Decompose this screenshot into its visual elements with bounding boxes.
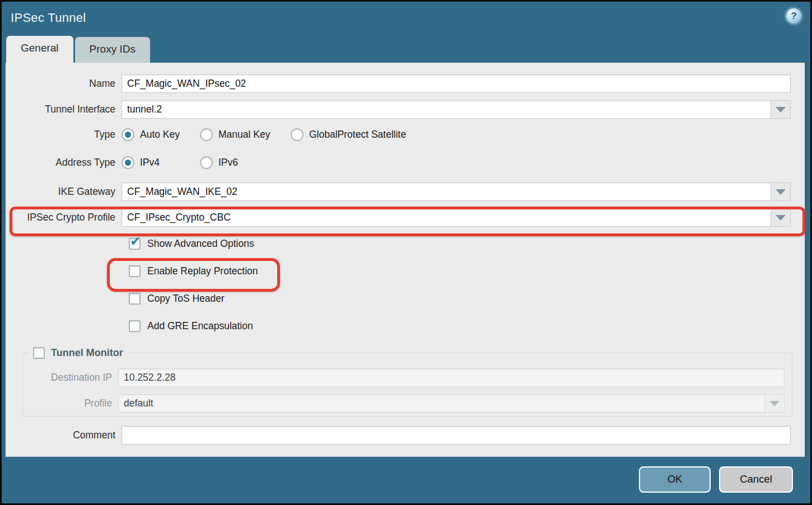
radio-unselected-icon — [291, 128, 304, 141]
ike-gateway-row: IKE Gateway — [6, 183, 791, 201]
comment-row: Comment — [6, 426, 791, 445]
checkbox-unchecked-icon — [129, 320, 141, 332]
tab-bar: General Proxy IDs — [2, 34, 810, 63]
chevron-down-icon — [776, 215, 786, 221]
ipsec-crypto-profile-row: IPSec Crypto Profile — [6, 208, 791, 227]
checkbox-show-advanced-options[interactable]: Show Advanced Options — [129, 237, 805, 250]
checkbox-checked-icon — [129, 238, 141, 250]
radio-unselected-icon — [200, 156, 213, 169]
address-type-row: Address Type IPv4 IPv6 — [6, 156, 791, 169]
destination-ip-label: Destination IP — [23, 372, 118, 384]
radio-ipv4[interactable]: IPv4 — [122, 156, 200, 169]
tunnel-interface-dropdown-button[interactable] — [771, 100, 791, 119]
destination-ip-row: Destination IP — [23, 368, 785, 387]
name-row: Name — [6, 74, 791, 93]
radio-globalprotect-satellite[interactable]: GlobalProtect Satellite — [291, 128, 406, 141]
footer-bar: OK Cancel — [2, 455, 810, 503]
radio-selected-icon — [122, 128, 134, 141]
ipsec-tunnel-dialog: IPSec Tunnel ? General Proxy IDs Name Tu… — [0, 0, 812, 505]
ike-gateway-dropdown-button[interactable] — [771, 183, 791, 201]
comment-input[interactable] — [122, 426, 791, 445]
checkbox-enable-replay-protection[interactable]: Enable Replay Protection — [129, 265, 805, 277]
checkbox-unchecked-icon — [129, 265, 141, 277]
checkbox-tunnel-monitor[interactable]: Tunnel Monitor — [33, 347, 123, 359]
chevron-down-icon — [769, 401, 780, 406]
comment-label: Comment — [6, 429, 122, 441]
ike-gateway-input[interactable] — [122, 183, 771, 201]
radio-auto-key[interactable]: Auto Key — [122, 128, 200, 141]
help-icon[interactable]: ? — [786, 8, 801, 24]
ipsec-crypto-profile-dropdown-button[interactable] — [771, 208, 791, 227]
type-label: Type — [6, 129, 122, 141]
checkbox-copy-tos-header[interactable]: Copy ToS Header — [129, 292, 805, 305]
radio-ipv6[interactable]: IPv6 — [200, 156, 291, 169]
chevron-down-icon — [776, 189, 786, 195]
tab-proxy-ids[interactable]: Proxy IDs — [75, 37, 150, 63]
ipsec-crypto-profile-label: IPSec Crypto Profile — [6, 212, 122, 223]
show-advanced-options-label: Show Advanced Options — [147, 238, 254, 250]
destination-ip-input — [118, 368, 785, 387]
name-label: Name — [6, 78, 122, 90]
enable-replay-protection-label: Enable Replay Protection — [147, 265, 258, 277]
checkbox-add-gre-encapsulation[interactable]: Add GRE Encapsulation — [129, 320, 805, 332]
radio-ipv4-label: IPv4 — [140, 157, 160, 169]
checkbox-unchecked-icon — [129, 293, 141, 305]
tunnel-interface-input[interactable] — [122, 100, 771, 119]
title-bar: IPSec Tunnel ? — [2, 2, 810, 34]
radio-selected-icon — [122, 156, 134, 169]
radio-globalprotect-satellite-label: GlobalProtect Satellite — [309, 129, 406, 141]
cancel-button[interactable]: Cancel — [719, 466, 793, 493]
profile-label: Profile — [23, 398, 118, 409]
tunnel-monitor-label: Tunnel Monitor — [51, 347, 123, 359]
tunnel-interface-label: Tunnel Interface — [6, 104, 122, 115]
name-input[interactable] — [122, 74, 791, 93]
radio-ipv6-label: IPv6 — [218, 157, 238, 169]
tunnel-monitor-section: Tunnel Monitor Destination IP Profile — [22, 347, 792, 417]
profile-row: Profile — [23, 394, 785, 413]
copy-tos-header-label: Copy ToS Header — [147, 293, 225, 305]
ipsec-crypto-profile-input[interactable] — [122, 208, 771, 227]
checkbox-unchecked-icon — [33, 347, 45, 359]
general-tab-panel: Name Tunnel Interface Type — [6, 63, 805, 457]
ike-gateway-label: IKE Gateway — [6, 186, 122, 198]
profile-input — [118, 394, 765, 413]
dialog-title: IPSec Tunnel — [11, 11, 86, 25]
tab-general[interactable]: General — [6, 36, 73, 63]
add-gre-encapsulation-label: Add GRE Encapsulation — [147, 320, 253, 332]
type-row: Type Auto Key Manual Key GlobalProtect S… — [6, 128, 791, 141]
radio-manual-key[interactable]: Manual Key — [200, 128, 291, 141]
radio-auto-key-label: Auto Key — [140, 129, 180, 141]
radio-unselected-icon — [200, 128, 213, 141]
radio-manual-key-label: Manual Key — [218, 129, 270, 141]
profile-dropdown-button — [765, 394, 785, 413]
chevron-down-icon — [776, 107, 786, 113]
address-type-label: Address Type — [6, 157, 122, 169]
tunnel-interface-row: Tunnel Interface — [6, 100, 791, 119]
ok-button[interactable]: OK — [639, 466, 711, 493]
